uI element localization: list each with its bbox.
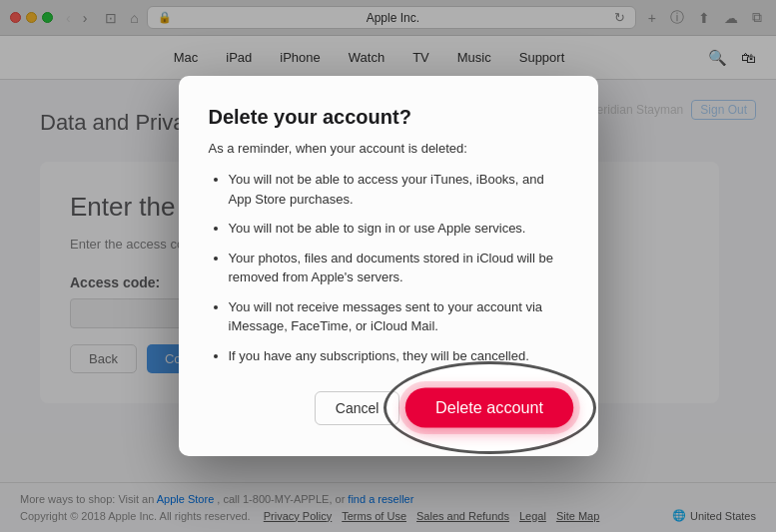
- list-item: You will not be able to sign in or use A…: [229, 219, 568, 239]
- modal-list: You will not be able to access your iTun…: [209, 170, 568, 365]
- list-item: Your photos, files and documents stored …: [229, 249, 568, 287]
- modal-overlay[interactable]: Delete your account? As a reminder, when…: [0, 0, 776, 532]
- list-item: You will not receive messages sent to yo…: [229, 297, 568, 336]
- modal-footer: Cancel Delete account: [209, 389, 568, 426]
- list-item: You will not be able to access your iTun…: [229, 170, 568, 209]
- cancel-button[interactable]: Cancel: [315, 391, 400, 425]
- modal-title: Delete your account?: [209, 106, 568, 129]
- delete-account-modal: Delete your account? As a reminder, when…: [179, 76, 598, 456]
- modal-intro: As a reminder, when your account is dele…: [209, 141, 568, 156]
- delete-account-button[interactable]: Delete account: [405, 388, 574, 428]
- delete-button-wrapper: Delete account: [411, 389, 567, 426]
- list-item: If you have any subscriptions, they will…: [229, 346, 568, 366]
